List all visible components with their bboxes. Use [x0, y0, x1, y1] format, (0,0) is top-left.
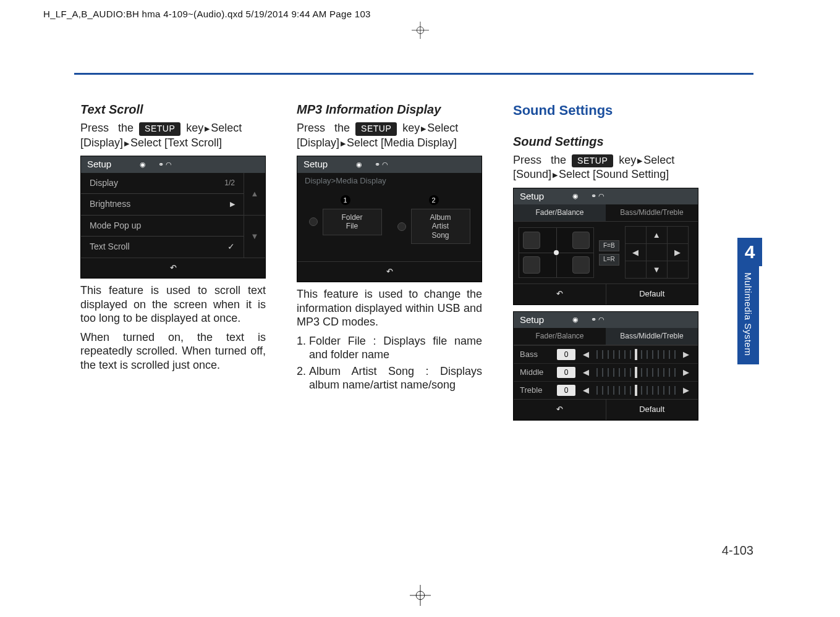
disc-icon: ◉ [572, 192, 579, 201]
slider-thumb-icon [635, 385, 637, 396]
eq-slider[interactable] [596, 386, 676, 395]
bt-link-icon: ⚭ ◠ [158, 161, 172, 169]
arrow-right-button[interactable]: ▶ [667, 243, 689, 261]
decrease-button[interactable]: ◀ [580, 367, 592, 377]
setup-key-badge: SETUP [355, 122, 397, 136]
screen-title: Setup [87, 159, 111, 170]
heading-sound-settings: Sound Settings [513, 134, 698, 149]
registration-mark-icon [412, 22, 429, 39]
tab-fader-balance[interactable]: Fader/Balance [514, 204, 606, 222]
screenshot-bass-middle-treble: Setup ◉⚭ ◠ Fader/Balance Bass/Middle/Tre… [513, 311, 698, 421]
eq-value: 0 [557, 367, 575, 378]
menu-row-text-scroll[interactable]: Text Scroll ✓ [81, 236, 244, 258]
fader-balance-grid[interactable] [519, 227, 594, 278]
registration-mark-icon [410, 585, 431, 606]
column-mp3-info: MP3 Information Display Press the SETUP … [297, 102, 482, 426]
list-item: Album Artist Song : Displays album name/… [309, 364, 482, 392]
menu-row-brightness[interactable]: Brightness ▶ [81, 193, 244, 215]
option-folder-file[interactable]: 1 Folder File [305, 195, 385, 244]
scroll-down-button[interactable]: ▼ [244, 215, 265, 258]
page-indicator: 1/2 [224, 178, 235, 188]
top-rule [74, 73, 753, 75]
option-album-artist-song[interactable]: 2 Album Artist Song [394, 195, 473, 244]
instruction-mp3-info: Press the SETUP key▶Select [Display]▶Sel… [297, 121, 482, 149]
prepress-header: H_LF_A,B_AUDIO:BH hma 4-109~(Audio).qxd … [43, 9, 371, 19]
status-icons: ◉⚭ ◠ [572, 192, 605, 201]
instruction-text-scroll: Press the SETUP key▶Select [Display]▶Sel… [80, 121, 266, 149]
triangle-icon: ▶ [636, 157, 643, 164]
increase-button[interactable]: ▶ [681, 367, 692, 377]
seat-icon [572, 256, 590, 274]
instruction-sound-settings: Press the SETUP key▶Select [Sound]▶Selec… [513, 153, 698, 182]
seat-icon [523, 256, 540, 274]
screen-title: Setup [520, 314, 544, 326]
column-text-scroll: Text Scroll Press the SETUP key▶Select [… [80, 102, 266, 426]
bt-link-icon: ⚭ ◠ [591, 192, 605, 201]
bt-link-icon: ⚭ ◠ [591, 316, 605, 324]
triangle-icon: ▶ [420, 125, 427, 132]
chapter-number: 4 [737, 238, 762, 266]
triangle-icon: ▶ [203, 125, 211, 132]
disc-icon: ◉ [140, 161, 146, 169]
para-mp3-1: This feature is used to change the infor… [297, 287, 482, 329]
menu-row-mode-popup[interactable]: Mode Pop up [81, 215, 244, 237]
eq-row-middle: Middle 0 ◀ ▶ [514, 363, 698, 381]
menu-row-display[interactable]: Display 1/2 [81, 173, 244, 194]
scroll-up-button[interactable]: ▲ [244, 173, 265, 215]
arrow-left-button[interactable]: ◀ [625, 243, 647, 261]
default-button[interactable]: Default [606, 284, 698, 304]
list-item: Folder File : Displays file name and fol… [309, 334, 482, 362]
eq-slider[interactable] [596, 368, 676, 377]
back-button[interactable]: ↶ [514, 400, 606, 419]
screenshot-text-scroll: Setup ◉⚭ ◠ Display 1/2 Brightness ▶ [80, 156, 266, 279]
eq-row-bass: Bass 0 ◀ ▶ [514, 345, 698, 363]
heading-text-scroll: Text Scroll [80, 102, 266, 117]
eq-row-treble: Treble 0 ◀ ▶ [514, 381, 698, 399]
screen-title-bar: Setup ◉⚭ ◠ [81, 156, 265, 173]
triangle-icon: ▶ [339, 140, 347, 147]
tab-bass-middle-treble[interactable]: Bass/Middle/Treble [606, 204, 698, 222]
decrease-button[interactable]: ◀ [580, 385, 592, 395]
chapter-side-tab: 4 Multimedia System [737, 238, 762, 364]
increase-button[interactable]: ▶ [681, 385, 692, 395]
callout-number-icon: 2 [429, 195, 439, 205]
chevron-right-icon: ▶ [230, 200, 235, 209]
slider-thumb-icon [635, 349, 637, 360]
position-dot-icon [554, 250, 559, 255]
status-icons: ◉⚭ ◠ [572, 316, 605, 324]
decrease-button[interactable]: ◀ [580, 350, 592, 359]
para-text-scroll-1: This feature is used to scroll text disp… [80, 283, 266, 325]
arrow-up-button[interactable]: ▲ [646, 226, 668, 244]
tab-bass-middle-treble[interactable]: Bass/Middle/Treble [606, 328, 698, 345]
content-area: Text Scroll Press the SETUP key▶Select [… [80, 102, 698, 426]
column-sound-settings: Sound Settings Sound Settings Press the … [513, 102, 698, 426]
screen-title-bar: Setup ◉⚭ ◠ [297, 156, 482, 173]
lr-label: L=R [599, 254, 619, 266]
slider-thumb-icon [635, 367, 637, 378]
back-button[interactable]: ↶ [81, 258, 265, 278]
check-icon: ✓ [227, 241, 235, 253]
mp3-list: Folder File : Displays file name and fol… [297, 334, 482, 392]
seat-icon [572, 232, 590, 249]
screenshot-media-display: Setup ◉⚭ ◠ Display>Media Display 1 Folde… [297, 156, 482, 282]
setup-key-badge: SETUP [139, 122, 180, 136]
tab-fader-balance[interactable]: Fader/Balance [514, 328, 606, 345]
direction-pad: ▲ ◀▶ ▼ [626, 227, 689, 279]
back-button[interactable]: ↶ [297, 262, 482, 282]
triangle-icon: ▶ [551, 171, 559, 178]
arrow-down-button[interactable]: ▼ [646, 261, 668, 279]
screen-title-bar: Setup ◉⚭ ◠ [514, 312, 698, 329]
status-icons: ◉⚭ ◠ [140, 161, 172, 169]
increase-button[interactable]: ▶ [681, 350, 692, 359]
back-button[interactable]: ↶ [514, 284, 606, 304]
heading-sound-settings-blue: Sound Settings [513, 102, 698, 119]
chapter-label: Multimedia System [737, 266, 759, 364]
setup-key-badge: SETUP [572, 154, 613, 168]
eq-slider[interactable] [596, 350, 676, 359]
disc-icon: ◉ [356, 161, 362, 169]
screen-title-bar: Setup ◉⚭ ◠ [514, 188, 698, 205]
triangle-icon: ▶ [123, 140, 130, 147]
seat-icon [523, 232, 540, 249]
default-button[interactable]: Default [606, 400, 698, 419]
heading-mp3-info: MP3 Information Display [297, 102, 482, 117]
